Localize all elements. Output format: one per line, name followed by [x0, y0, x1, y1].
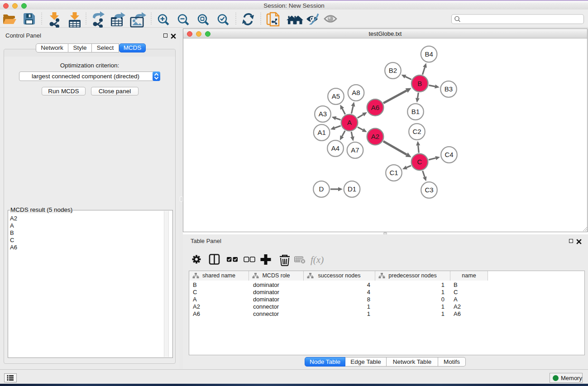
svg-text:D1: D1 — [348, 185, 356, 193]
svg-text:B2: B2 — [389, 67, 397, 74]
svg-text:A7: A7 — [351, 146, 359, 154]
svg-text:C2: C2 — [412, 128, 421, 135]
svg-text:B1: B1 — [411, 108, 420, 115]
svg-text:A5: A5 — [332, 92, 340, 100]
svg-text:A2: A2 — [371, 133, 379, 140]
svg-text:A8: A8 — [352, 89, 360, 96]
svg-text:C4: C4 — [445, 151, 453, 158]
svg-text:D: D — [319, 185, 324, 193]
svg-text:A4: A4 — [331, 144, 339, 152]
svg-text:A6: A6 — [371, 104, 379, 111]
svg-text:C: C — [417, 158, 422, 166]
svg-text:C3: C3 — [425, 186, 433, 194]
svg-text:B: B — [417, 80, 422, 87]
svg-text:C1: C1 — [389, 169, 398, 176]
svg-text:A3: A3 — [319, 110, 327, 118]
svg-text:B3: B3 — [445, 85, 453, 93]
svg-text:f(x): f(x) — [311, 254, 324, 265]
svg-text:A: A — [347, 119, 352, 126]
svg-text:B4: B4 — [425, 50, 433, 58]
svg-text:A1: A1 — [317, 129, 325, 136]
